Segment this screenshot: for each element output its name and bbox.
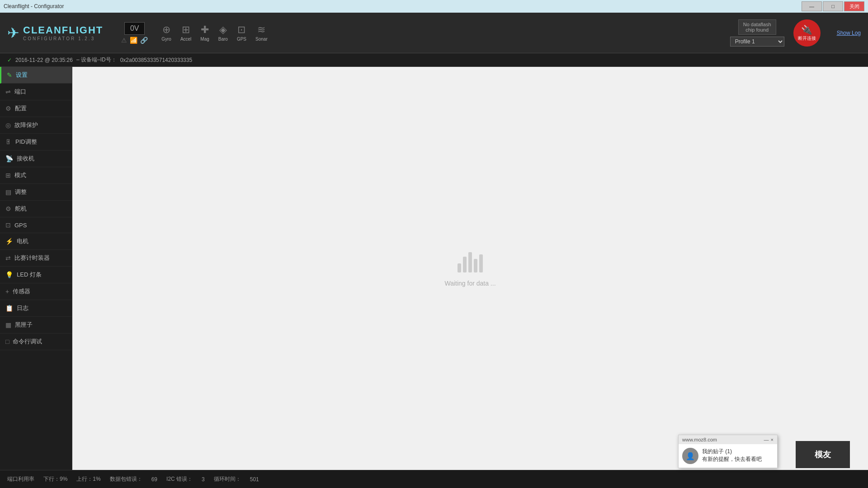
sidebar-item-pid[interactable]: 🎚 PID调整 — [0, 134, 72, 150]
sidebar-item-label: 调整 — [15, 188, 27, 196]
sonar-label: Sonar — [255, 37, 268, 42]
sidebar-item-label: 命令行调试 — [13, 338, 42, 346]
notification-popup: www.moz8.com — × 👤 我的贴子 (1) 有新的提醒，快去看看吧 — [678, 435, 778, 468]
no-dataflash-notice: No dataflashchip found — [738, 19, 776, 35]
gyro-icon: ⊕ — [162, 24, 170, 36]
sidebar-item-label: 接收机 — [17, 155, 34, 163]
sidebar-item-gps[interactable]: ⊡ GPS — [0, 217, 72, 233]
close-button[interactable]: 关闭 — [844, 1, 864, 11]
wifi-icon: 📶 — [130, 37, 137, 44]
sidebar-item-servos[interactable]: ⚙ 舵机 — [0, 201, 72, 217]
sidebar-item-blackbox[interactable]: ▦ 黑匣子 — [0, 317, 72, 333]
sensor-gyro: ⊕ Gyro — [161, 24, 171, 42]
sidebar-item-label: 电机 — [17, 237, 28, 245]
header: ✈ CLEANFLIGHT CONFIGURATOR 1.2.3 0V ⚠ 📶 … — [0, 13, 868, 53]
sensor-accel: ⊞ Accel — [180, 24, 191, 42]
voltage-icons: ⚠ 📶 🔗 — [121, 37, 148, 44]
popup-close[interactable]: × — [771, 437, 774, 442]
sensors-icon: + — [5, 288, 9, 295]
sidebar-item-label: 传感器 — [13, 287, 30, 296]
servos-icon: ⚙ — [5, 205, 11, 212]
gps-label: GPS — [237, 37, 246, 42]
sidebar-item-label: 配置 — [15, 104, 27, 113]
logo-icon: ✈ — [7, 24, 19, 42]
mag-icon: ✚ — [201, 24, 209, 36]
sidebar-item-label: LED 灯条 — [17, 271, 42, 279]
sidebar-item-setup[interactable]: ✎ 设置 — [0, 67, 72, 84]
connect-icon: 🔌 — [801, 24, 812, 35]
packet-error-label: 数据包错误： — [110, 475, 142, 483]
i2c-value: 3 — [202, 476, 205, 483]
sidebar-item-label: 设置 — [16, 71, 28, 79]
status-bar: ✓ 2016-11-22 @ 20:35:26 – 设备端–ID号： 0x2a0… — [0, 53, 868, 67]
profile-select[interactable]: Profile 1 Profile 2 Profile 3 — [730, 37, 784, 47]
show-log-button[interactable]: Show Log — [837, 30, 861, 36]
content-area: Waiting for data ... — [72, 67, 868, 470]
gps-icon: ⊡ — [237, 24, 245, 36]
popup-minus[interactable]: — — [764, 437, 769, 442]
sidebar-item-label: GPS — [14, 222, 27, 229]
status-device-id: 0x2a00385333571420333335 — [120, 57, 193, 63]
waiting-text: Waiting for data ... — [444, 280, 495, 287]
link-icon: 🔗 — [140, 37, 148, 44]
sidebar-item-ports[interactable]: ⇌ 端口 — [0, 84, 72, 100]
sidebar-item-adjustments[interactable]: ▤ 调整 — [0, 184, 72, 201]
logo-text: CLEANFLIGHT — [23, 24, 103, 36]
accel-label: Accel — [180, 37, 191, 42]
sidebar-item-label: 模式 — [14, 171, 26, 179]
popup-title: www.moz8.com — × — [679, 435, 777, 444]
baro-label: Baro — [218, 37, 228, 42]
sidebar-item-config[interactable]: ⚙ 配置 — [0, 100, 72, 117]
sidebar-item-modes[interactable]: ⊞ 模式 — [0, 167, 72, 184]
titlebar-controls: — □ 关闭 — [802, 1, 864, 11]
popup-notification-title: 我的贴子 (1) — [702, 448, 762, 455]
modes-icon: ⊞ — [5, 172, 11, 179]
sidebar-item-failsafe[interactable]: ◎ 故障保护 — [0, 117, 72, 134]
sidebar-item-sensors[interactable]: + 传感器 — [0, 283, 72, 300]
gps-nav-icon: ⊡ — [5, 221, 11, 229]
sidebar-item-transponder[interactable]: ⇄ 比赛计时装器 — [0, 250, 72, 267]
failsafe-icon: ◎ — [5, 122, 11, 129]
sidebar-item-led[interactable]: 💡 LED 灯条 — [0, 267, 72, 283]
status-date: 2016-11-22 @ 20:35:26 — [15, 57, 73, 63]
cpu-up: 上行：1% — [76, 475, 100, 483]
i2c-label: I2C 错误： — [166, 475, 193, 483]
receiver-icon: 📡 — [5, 155, 13, 162]
connect-button[interactable]: 🔌 断开连接 — [793, 19, 821, 47]
adjustments-icon: ▤ — [5, 188, 11, 196]
setup-icon: ✎ — [7, 71, 12, 79]
sidebar-item-label: PID调整 — [15, 138, 37, 146]
sidebar-item-logging[interactable]: 📋 日志 — [0, 300, 72, 317]
sidebar-item-motors[interactable]: ⚡ 电机 — [0, 233, 72, 250]
cpu-down: 下行：9% — [43, 475, 67, 483]
minimize-button[interactable]: — — [802, 1, 822, 11]
sidebar: ✎ 设置 ⇌ 端口 ⚙ 配置 ◎ 故障保护 🎚 PID调整 📡 接收机 ⊞ 模式… — [0, 67, 72, 470]
maximize-button[interactable]: □ — [823, 1, 843, 11]
sonar-icon: ≋ — [257, 24, 265, 36]
config-icon: ⚙ — [5, 105, 11, 112]
cli-icon: □ — [5, 338, 9, 345]
connect-label: 断开连接 — [798, 35, 816, 42]
sidebar-item-cli[interactable]: □ 命令行调试 — [0, 333, 72, 350]
blackbox-icon: ▦ — [5, 321, 11, 328]
logo-sub: CONFIGURATOR 1.2.3 — [23, 36, 103, 41]
voltage-display: 0V ⚠ 📶 🔗 — [121, 22, 148, 44]
main-layout: ✎ 设置 ⇌ 端口 ⚙ 配置 ◎ 故障保护 🎚 PID调整 📡 接收机 ⊞ 模式… — [0, 67, 868, 470]
popup-notification-body: 有新的提醒，快去看看吧 — [702, 455, 762, 463]
profile-area: No dataflashchip found Profile 1 Profile… — [730, 19, 784, 47]
bar-1 — [458, 263, 461, 272]
titlebar-title: Cleanflight - Configurator — [4, 3, 64, 9]
sidebar-item-label: 日志 — [17, 304, 28, 312]
popup-body: 👤 我的贴子 (1) 有新的提醒，快去看看吧 — [682, 448, 774, 464]
status-device-label: – 设备端–ID号： — [76, 56, 117, 64]
bottom-bar: 端口利用率 下行：9% 上行：1% 数据包错误： 69 I2C 错误： 3 循环… — [0, 470, 868, 488]
sensor-icons: ⊕ Gyro ⊞ Accel ✚ Mag ◈ Baro ⊡ GPS ≋ Sona… — [161, 24, 730, 42]
branding-area: 模友 — [796, 441, 850, 468]
sidebar-item-label: 黑匣子 — [15, 321, 33, 329]
warning-icon: ⚠ — [121, 37, 127, 44]
cycle-value: 501 — [250, 476, 259, 483]
titlebar: Cleanflight - Configurator — □ 关闭 — [0, 0, 868, 13]
sidebar-item-receiver[interactable]: 📡 接收机 — [0, 150, 72, 167]
voltage-value: 0V — [124, 22, 145, 35]
branding-text: 模友 — [815, 449, 831, 460]
